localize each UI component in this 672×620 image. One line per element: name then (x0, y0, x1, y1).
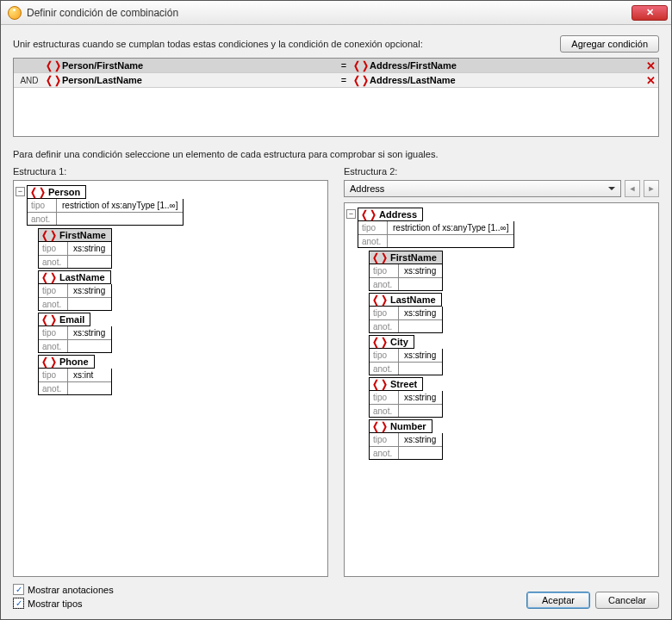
anot-value (57, 213, 100, 225)
node-details: tipoxs:stringanot. (369, 349, 443, 375)
tree-node: ❬❭Streettipoxs:stringanot. (358, 376, 656, 418)
structure2-dropdown[interactable]: Address (344, 180, 621, 197)
node-box[interactable]: ❬❭LastName (38, 270, 111, 284)
conditions-grid[interactable]: ❬❭ Person/FirstName = ❬❭ Address/FirstNa… (13, 58, 659, 137)
anot-label: anot. (370, 278, 399, 290)
structure2-tree[interactable]: −❬❭Addresstiporestriction of xs:anyType … (344, 202, 659, 577)
window-title: Definir condición de combinación (27, 7, 632, 19)
braces-icon: ❬❭ (29, 187, 47, 197)
tipo-value: xs:string (68, 284, 111, 297)
anot-value (68, 340, 111, 352)
node-name: Email (59, 314, 84, 325)
condition-equals: = (335, 75, 352, 85)
node-details: tipoxs:stringanot. (38, 326, 112, 353)
braces-icon: ❬❭ (360, 209, 377, 220)
titlebar: Definir condición de combinación ✕ (1, 1, 671, 25)
close-button[interactable]: ✕ (632, 5, 668, 21)
nav-prev-button[interactable]: ◄ (625, 180, 640, 197)
node-name: Address (379, 209, 417, 220)
anot-value (399, 363, 442, 375)
tree-node: ❬❭Emailtipoxs:stringanot. (27, 312, 326, 353)
node-box[interactable]: ❬❭Phone (38, 355, 95, 369)
braces-icon: ❬❭ (40, 230, 58, 240)
node-name: Street (390, 379, 417, 389)
node-box[interactable]: ❬❭LastName (369, 293, 442, 307)
accept-button[interactable]: Aceptar (526, 592, 590, 609)
delete-condition-button[interactable]: ✕ (643, 74, 658, 87)
structure1-tree[interactable]: −❬❭Persontiporestriction of xs:anyType [… (13, 180, 328, 577)
structure1-column: Estructura 1: −❬❭Persontiporestriction o… (13, 166, 328, 577)
tree-node: −❬❭Persontiporestriction of xs:anyType [… (16, 184, 326, 395)
tipo-label: tipo (370, 433, 399, 446)
anot-label: anot. (370, 405, 399, 417)
node-name: LastName (59, 272, 105, 282)
anot-label: anot. (370, 447, 399, 459)
node-box[interactable]: ❬❭FirstName (369, 251, 443, 264)
tree-node: ❬❭Phonetipoxs:intanot. (27, 354, 326, 395)
tipo-value: xs:string (399, 391, 442, 404)
condition-equals: = (335, 60, 352, 71)
node-box[interactable]: ❬❭Email (38, 313, 90, 326)
anot-label: anot. (358, 235, 388, 247)
braces-icon: ❬❭ (45, 75, 62, 85)
tipo-label: tipo (370, 307, 399, 319)
delete-icon: ✕ (646, 74, 656, 87)
condition-row[interactable]: AND ❬❭ Person/LastName = ❬❭ Address/Last… (14, 73, 658, 88)
show-annotations-checkbox[interactable]: ✓ (13, 584, 24, 595)
add-condition-button[interactable]: Agregar condición (560, 35, 659, 53)
node-details: tiporestriction of xs:anyType [1..∞]anot… (27, 199, 184, 226)
node-details: tipoxs:stringanot. (369, 433, 443, 460)
node-details: tipoxs:intanot. (38, 369, 112, 395)
braces-icon: ❬❭ (40, 356, 58, 367)
anot-value (68, 382, 111, 394)
show-types-checkbox[interactable]: ✓ (13, 598, 24, 609)
condition-row[interactable]: ❬❭ Person/FirstName = ❬❭ Address/FirstNa… (14, 59, 658, 73)
node-box[interactable]: ❬❭FirstName (38, 228, 112, 242)
anot-label: anot. (39, 382, 68, 394)
anot-value (399, 278, 442, 290)
tipo-label: tipo (39, 369, 68, 381)
tree-node: ❬❭Citytipoxs:stringanot. (358, 334, 656, 375)
node-box[interactable]: ❬❭Address (358, 208, 423, 221)
structure1-label: Estructura 1: (13, 166, 328, 177)
tipo-label: tipo (39, 242, 68, 255)
anot-label: anot. (39, 298, 68, 310)
node-details: tipoxs:stringanot. (38, 284, 112, 311)
anot-label: anot. (370, 363, 399, 375)
tree-node: ❬❭FirstNametipoxs:stringanot. (27, 227, 326, 269)
node-box[interactable]: ❬❭Number (369, 419, 432, 433)
anot-value (68, 298, 111, 310)
expander-icon[interactable]: − (16, 187, 25, 196)
braces-icon: ❬❭ (371, 379, 389, 389)
show-types-row[interactable]: ✓ Mostrar tipos (13, 598, 114, 609)
mid-instruction: Para definir una condición seleccione un… (13, 149, 659, 159)
tree-node: ❬❭FirstNametipoxs:stringanot. (358, 250, 656, 291)
node-details: tiporestriction of xs:anyType [1..∞]anot… (358, 221, 514, 248)
anot-value (388, 235, 431, 247)
tipo-label: tipo (370, 264, 399, 277)
cancel-button[interactable]: Cancelar (595, 592, 659, 609)
show-annotations-row[interactable]: ✓ Mostrar anotaciones (13, 584, 114, 595)
node-box[interactable]: ❬❭City (369, 335, 414, 349)
node-box[interactable]: ❬❭Person (27, 185, 86, 199)
tipo-value: xs:string (399, 349, 442, 362)
node-name: FirstName (59, 230, 106, 240)
anot-value (399, 447, 442, 459)
anot-value (399, 320, 442, 332)
tree-node: −❬❭Addresstiporestriction of xs:anyType … (346, 207, 656, 460)
app-icon (8, 6, 22, 20)
anot-value (68, 256, 111, 268)
show-types-label: Mostrar tipos (28, 598, 83, 609)
nav-next-button[interactable]: ► (644, 180, 659, 197)
node-name: Person (48, 187, 80, 197)
node-details: tipoxs:stringanot. (369, 307, 443, 333)
node-box[interactable]: ❬❭Street (369, 377, 423, 391)
top-instruction: Unir estructuras cuando se cumplan todas… (13, 39, 550, 49)
tipo-value: xs:string (399, 433, 442, 446)
node-details: tipoxs:stringanot. (369, 391, 443, 418)
delete-condition-button[interactable]: ✕ (643, 59, 658, 72)
expander-icon[interactable]: − (346, 209, 356, 219)
tipo-label: tipo (370, 349, 399, 362)
tipo-value: xs:string (399, 264, 442, 277)
anot-label: anot. (39, 256, 68, 268)
